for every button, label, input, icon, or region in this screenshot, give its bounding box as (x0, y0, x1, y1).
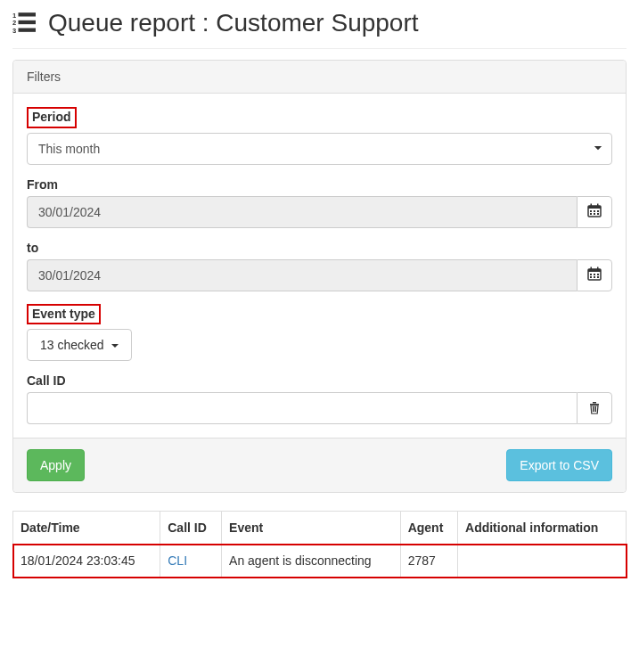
call-id-group: Call ID (27, 373, 612, 424)
period-group: Period This month (27, 107, 612, 165)
event-type-dropdown[interactable]: 13 checked (27, 329, 132, 361)
svg-rect-28 (593, 406, 594, 412)
svg-rect-3 (19, 12, 37, 16)
to-input[interactable] (27, 259, 577, 291)
period-label: Period (27, 107, 77, 128)
to-input-group (27, 259, 612, 291)
svg-rect-30 (595, 406, 596, 412)
svg-rect-14 (594, 213, 595, 215)
call-id-clear-button[interactable] (577, 392, 612, 424)
apply-button[interactable]: Apply (27, 449, 85, 481)
svg-rect-19 (597, 267, 599, 271)
svg-rect-18 (591, 267, 593, 271)
svg-text:3: 3 (12, 26, 16, 33)
filters-panel: Filters Period This month From to (12, 60, 627, 493)
svg-rect-23 (590, 276, 592, 278)
svg-rect-7 (588, 206, 601, 209)
svg-rect-26 (590, 404, 599, 406)
caret-down-icon (111, 344, 119, 348)
trash-icon (587, 400, 602, 417)
cell-call-id: CLI (160, 545, 222, 578)
call-id-input-group (27, 392, 612, 424)
svg-rect-10 (590, 210, 592, 212)
svg-rect-29 (594, 406, 595, 412)
svg-rect-12 (597, 210, 599, 212)
svg-text:2: 2 (12, 19, 16, 27)
cell-event: An agent is disconnecting (222, 545, 401, 578)
svg-rect-9 (597, 204, 599, 208)
export-csv-button[interactable]: Export to CSV (506, 449, 612, 481)
to-calendar-button[interactable] (577, 259, 612, 291)
call-id-label: Call ID (27, 373, 66, 388)
from-input[interactable] (27, 196, 577, 228)
call-id-link[interactable]: CLI (168, 553, 187, 568)
svg-rect-13 (590, 213, 592, 215)
svg-rect-20 (590, 274, 592, 275)
svg-rect-22 (597, 274, 599, 275)
table-header-row: Date/Time Call ID Event Agent Additional… (13, 512, 627, 545)
cell-date-time: 18/01/2024 23:03:45 (13, 545, 160, 578)
to-label: to (27, 241, 38, 255)
cell-additional (458, 545, 627, 578)
page-title: Queue report : Customer Support (48, 9, 419, 37)
col-call-id: Call ID (160, 512, 222, 545)
to-group: to (27, 241, 612, 291)
col-date-time: Date/Time (13, 512, 160, 545)
svg-rect-25 (597, 276, 599, 278)
filters-panel-footer: Apply Export to CSV (13, 438, 626, 492)
svg-rect-4 (19, 20, 37, 23)
from-group: From (27, 177, 612, 228)
table-row: 18/01/2024 23:03:45 CLI An agent is disc… (13, 545, 627, 578)
svg-rect-5 (19, 28, 37, 31)
svg-rect-15 (597, 213, 599, 215)
event-type-dropdown-label: 13 checked (40, 338, 104, 352)
cell-agent: 2787 (400, 545, 457, 578)
svg-rect-21 (594, 274, 595, 275)
col-agent: Agent (400, 512, 457, 545)
event-type-group: Event type 13 checked (27, 304, 612, 362)
filters-panel-body: Period This month From to (13, 94, 626, 438)
svg-rect-17 (588, 269, 601, 272)
svg-text:1: 1 (12, 11, 16, 19)
page-header: 1 2 3 Queue report : Customer Support (12, 9, 627, 49)
filters-panel-heading: Filters (13, 61, 626, 94)
from-input-group (27, 196, 612, 228)
calendar-icon (587, 266, 602, 283)
call-id-input[interactable] (27, 392, 577, 424)
svg-rect-27 (593, 402, 596, 404)
event-type-label: Event type (27, 304, 101, 325)
numbered-list-icon: 1 2 3 (12, 11, 48, 37)
svg-rect-11 (594, 210, 595, 212)
svg-rect-24 (594, 276, 595, 278)
calendar-icon (587, 203, 602, 220)
from-calendar-button[interactable] (577, 196, 612, 228)
col-event: Event (222, 512, 401, 545)
col-additional: Additional information (458, 512, 627, 545)
period-select[interactable]: This month (27, 133, 612, 165)
svg-rect-8 (591, 204, 593, 208)
from-label: From (27, 177, 58, 192)
results-table: Date/Time Call ID Event Agent Additional… (12, 511, 627, 578)
